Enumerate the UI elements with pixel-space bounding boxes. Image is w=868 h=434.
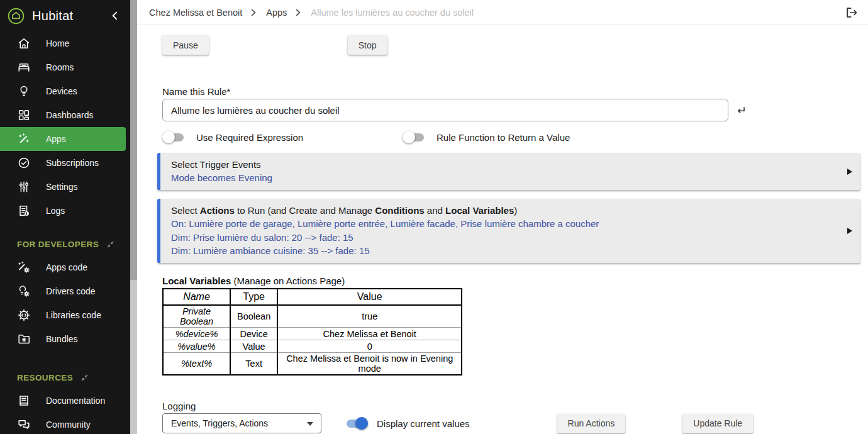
log-document-icon [17, 204, 31, 218]
chevron-right-icon [250, 9, 258, 16]
sidebar-item-label: Subscriptions [46, 158, 99, 168]
breadcrumb-page: Allume les lumières au coucher du soleil [311, 8, 474, 18]
required-expression-toggle[interactable] [162, 131, 186, 143]
sidebar-item-apps-code[interactable]: Apps code [0, 255, 130, 279]
sidebar-item-label: Apps [46, 134, 66, 144]
home-icon [17, 36, 31, 50]
name-rule-label: Name this Rule* [162, 86, 868, 97]
return-value-toggle[interactable] [403, 131, 426, 143]
sidebar-item-label: Home [46, 38, 69, 48]
bulb-gear-icon [17, 284, 31, 298]
action-line: On: Lumière porte de garage, Lumière por… [171, 217, 835, 230]
actions-title: Select Actions to Run (and Create and Ma… [171, 204, 835, 217]
column-header-name: Name [163, 289, 230, 305]
sidebar-item-devices[interactable]: Devices [0, 79, 130, 103]
variable-name: %value% [163, 340, 230, 353]
expand-arrow-icon[interactable] [847, 169, 852, 175]
sidebar-item-community[interactable]: Community [0, 413, 130, 434]
sidebar: Hubitat Home Rooms Devices Dashboards Ap… [0, 0, 130, 434]
rule-machine-page: Pause Stop Name this Rule* Use Required … [137, 25, 868, 434]
wand-gear-icon [17, 260, 31, 274]
local-variables-caption: Local Variables (Manage on Actions Page) [162, 275, 868, 286]
column-header-type: Type [230, 289, 277, 305]
table-row: %text% Text Chez Melissa et Benoit is no… [163, 353, 462, 376]
expand-arrow-icon[interactable] [847, 228, 852, 234]
logging-row: Events, Triggers, Actions Display curren… [162, 413, 868, 433]
main-area: Chez Melissa et Benoit Apps Allume les l… [137, 0, 868, 434]
dropdown-caret-icon [307, 422, 313, 426]
collapse-section-icon[interactable] [79, 372, 90, 383]
section-title: FOR DEVELOPERS [17, 240, 99, 249]
breadcrumb: Chez Melissa et Benoit Apps Allume les l… [149, 8, 844, 18]
chat-bubbles-icon [17, 418, 31, 431]
table-row: %value% Value 0 [163, 340, 462, 353]
book-icon [17, 394, 31, 408]
sidebar-item-documentation[interactable]: Documentation [0, 389, 130, 413]
sliders-icon [17, 180, 31, 194]
sidebar-item-label: Logs [46, 206, 65, 216]
sidebar-item-libraries-code[interactable]: Libraries code [0, 303, 130, 327]
sidebar-item-label: Bundles [46, 334, 78, 344]
display-values-label: Display current values [377, 418, 470, 429]
sidebar-item-bundles[interactable]: Bundles [0, 327, 130, 351]
update-rule-button[interactable]: Update Rule [682, 414, 753, 433]
action-line: Dim: Lumière ambiance cuisine: 35 --> fa… [171, 244, 835, 257]
dashboard-grid-icon [17, 108, 31, 122]
section-resources: RESOURCES [0, 366, 130, 389]
required-expression-toggle-group: Use Required Expression [162, 131, 403, 143]
sidebar-item-dashboards[interactable]: Dashboards [0, 103, 130, 127]
section-title: RESOURCES [17, 373, 73, 382]
variable-value: 0 [277, 340, 462, 353]
logo-row: Hubitat [0, 0, 130, 31]
name-row [162, 99, 868, 121]
breadcrumb-hub[interactable]: Chez Melissa et Benoit [149, 8, 242, 18]
rule-name-input[interactable] [162, 99, 728, 121]
required-expression-label: Use Required Expression [196, 132, 303, 143]
sidebar-item-label: Dashboards [46, 110, 94, 120]
trigger-events-title: Select Trigger Events [171, 158, 835, 171]
variable-type: Text [230, 353, 277, 376]
scrollbar-thumb[interactable] [130, 0, 137, 280]
check-circle-icon [17, 156, 31, 170]
sidebar-item-label: Settings [46, 182, 78, 192]
sidebar-item-home[interactable]: Home [0, 31, 130, 55]
variable-name: %device% [163, 328, 230, 340]
action-line: Dim: Prise lumière du salon: 20 --> fade… [171, 231, 835, 244]
trigger-events-detail: Mode becomes Evening [171, 171, 835, 184]
variable-value: true [277, 305, 462, 328]
table-row: Private Boolean Boolean true [163, 305, 462, 328]
logging-select[interactable]: Events, Triggers, Actions [162, 413, 321, 433]
sidebar-item-settings[interactable]: Settings [0, 175, 130, 199]
collapse-section-icon[interactable] [105, 239, 116, 250]
return-value-label: Rule Function to Return a Value [437, 132, 570, 143]
trigger-events-panel[interactable]: Select Trigger Events Mode becomes Eveni… [157, 153, 860, 190]
magic-wand-icon [17, 132, 31, 146]
breadcrumb-apps[interactable]: Apps [266, 8, 287, 18]
stop-button[interactable]: Stop [348, 35, 387, 55]
sidebar-item-label: Drivers code [46, 286, 96, 296]
variable-type: Boolean [230, 305, 277, 328]
sidebar-item-logs[interactable]: Logs [0, 199, 130, 223]
page-scrollbar[interactable] [130, 0, 137, 434]
hubitat-logo-icon [8, 8, 25, 25]
return-value-toggle-group: Rule Function to Return a Value [403, 131, 570, 143]
sidebar-item-label: Libraries code [46, 310, 101, 320]
sidebar-collapse-icon[interactable] [109, 9, 123, 23]
sidebar-item-drivers-code[interactable]: Drivers code [0, 279, 130, 303]
section-for-developers: FOR DEVELOPERS [0, 233, 130, 255]
variable-value: Chez Melissa et Benoit [277, 328, 462, 340]
gear-code-icon [17, 308, 31, 322]
sidebar-item-apps[interactable]: Apps [0, 127, 126, 151]
column-header-value: Value [277, 289, 462, 305]
sidebar-item-subscriptions[interactable]: Subscriptions [0, 151, 130, 175]
actions-panel[interactable]: Select Actions to Run (and Create and Ma… [157, 199, 860, 263]
logout-icon[interactable] [844, 5, 859, 20]
sidebar-item-rooms[interactable]: Rooms [0, 55, 130, 79]
logging-label: Logging [162, 401, 868, 411]
rule-control-buttons: Pause Stop [162, 35, 868, 55]
variable-name: %text% [163, 353, 230, 376]
display-values-toggle[interactable] [345, 417, 368, 430]
pause-button[interactable]: Pause [162, 35, 209, 55]
enter-key-icon[interactable] [735, 104, 747, 116]
run-actions-button[interactable]: Run Actions [557, 414, 626, 433]
